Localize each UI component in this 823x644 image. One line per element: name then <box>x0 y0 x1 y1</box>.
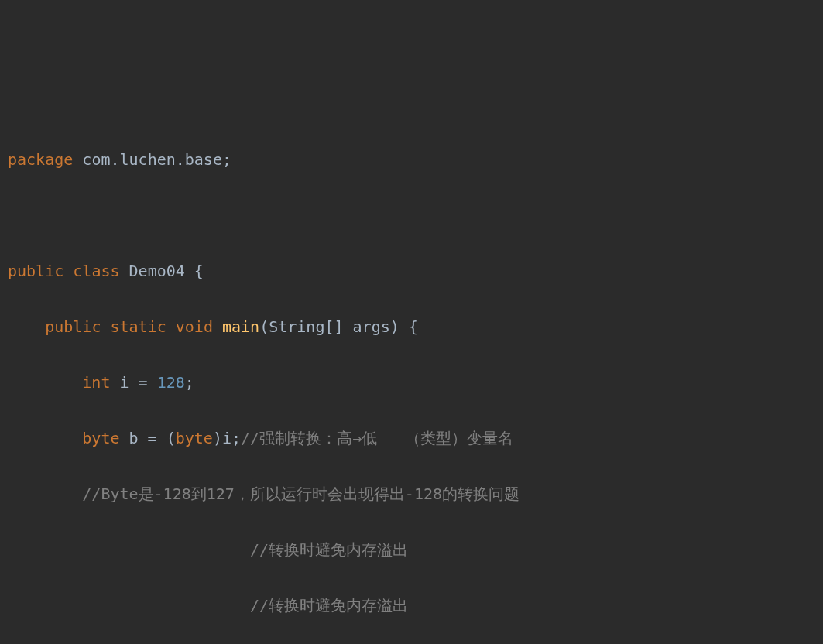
comment: //转换时避免内存溢出 <box>250 540 408 559</box>
var-decl: b = ( <box>120 429 176 447</box>
keyword-class: class <box>73 262 119 280</box>
code-line-2 <box>0 201 823 229</box>
code-line-3: public class Demo04 { <box>0 257 823 285</box>
code-line-1: package com.luchen.base; <box>0 146 823 173</box>
comment: //Byte是-128到127，所以运行时会出现得出-128的转换问题 <box>82 485 520 503</box>
semicolon: ; <box>231 429 241 447</box>
indent <box>8 540 250 559</box>
indent <box>8 485 82 503</box>
semicolon: ; <box>222 150 231 169</box>
params: (String[] args) <box>259 317 409 336</box>
indent <box>8 317 45 336</box>
package-name: com.luchen.base <box>73 150 222 169</box>
keyword-cast: byte <box>176 429 213 447</box>
code-line-5: int i = 128; <box>0 368 823 396</box>
indent <box>8 596 250 615</box>
brace-open: { <box>409 317 418 336</box>
code-line-6: byte b = (byte)i;//强制转换：高→低 （类型）变量名 <box>0 424 823 452</box>
keyword-void: void <box>176 317 213 336</box>
indent <box>8 373 82 392</box>
var-decl: i = <box>110 373 156 392</box>
keyword-package: package <box>8 150 73 169</box>
keyword-public: public <box>45 317 110 336</box>
code-line-7: //Byte是-128到127，所以运行时会出现得出-128的转换问题 <box>0 480 823 508</box>
code-line-4: public static void main(String[] args) { <box>0 313 823 341</box>
code-editor[interactable]: package com.luchen.base; public class De… <box>0 118 823 644</box>
comment: //强制转换：高→低 （类型）变量名 <box>241 429 513 447</box>
brace-open: { <box>194 262 204 280</box>
cast-expr: )i <box>213 429 231 447</box>
number-literal: 128 <box>157 373 185 392</box>
comment: //转换时避免内存溢出 <box>250 596 408 615</box>
semicolon: ; <box>185 373 194 392</box>
method-name: main <box>213 317 259 336</box>
keyword-static: static <box>110 317 175 336</box>
keyword-byte: byte <box>82 429 119 447</box>
indent <box>8 429 82 447</box>
keyword-int: int <box>82 373 110 392</box>
keyword-public: public <box>8 262 73 280</box>
class-name: Demo04 <box>120 262 194 280</box>
code-line-9: //转换时避免内存溢出 <box>0 591 823 619</box>
code-line-8: //转换时避免内存溢出 <box>0 536 823 564</box>
